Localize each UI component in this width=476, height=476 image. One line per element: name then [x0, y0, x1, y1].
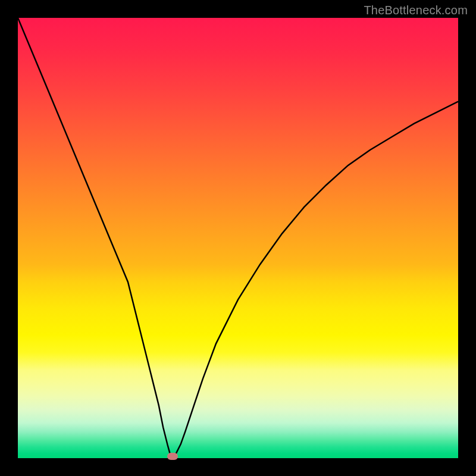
bottleneck-curve [18, 18, 458, 458]
chart-frame: TheBottleneck.com [0, 0, 476, 476]
bottleneck-marker [167, 453, 178, 460]
watermark-text: TheBottleneck.com [364, 4, 468, 17]
plot-area [18, 18, 458, 458]
